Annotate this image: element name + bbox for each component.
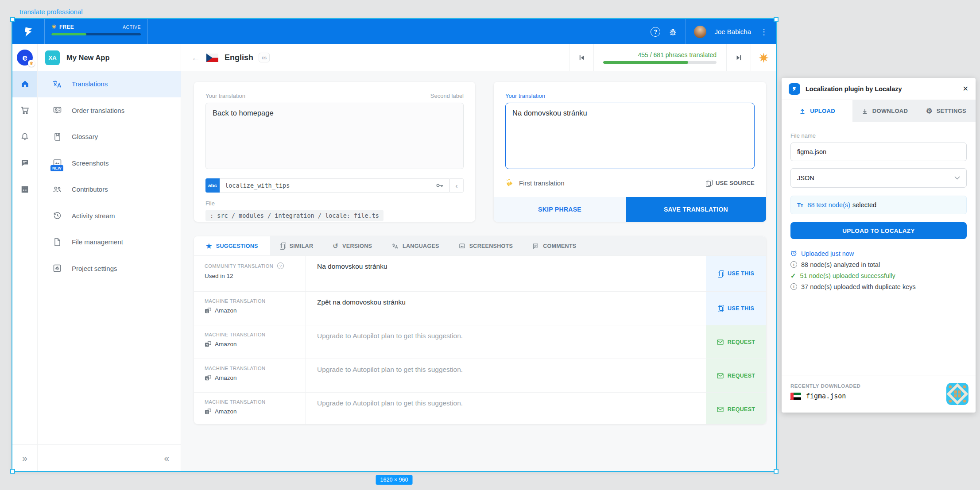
suggestion-row: MACHINE TRANSLATION Amazon Upgrade to Au…	[194, 392, 766, 424]
sidebar-item-label: Contributors	[72, 185, 108, 193]
sidebar-item-project-settings[interactable]: Project settings	[38, 255, 181, 282]
localazy-plugin-panel: Localization plugin by Localazy ✕ UPLOAD…	[782, 78, 976, 413]
back-arrow-icon[interactable]: ←	[191, 53, 200, 63]
selection-handle[interactable]	[774, 17, 779, 22]
suggestion-text: Upgrade to Autopilot plan to get this su…	[305, 325, 706, 359]
translation-input[interactable]: Na domovskou stránku	[505, 103, 755, 169]
workspace-logo[interactable]: e ♛	[17, 50, 33, 66]
recent-file-row[interactable]: figma.json	[790, 392, 939, 400]
target-label: Your translation	[505, 93, 755, 99]
question-icon[interactable]: ?	[277, 262, 284, 269]
help-icon[interactable]: ?	[651, 27, 660, 37]
rail-notifications-button[interactable]	[12, 123, 37, 150]
tab-languages[interactable]: LANGUAGES	[382, 236, 449, 255]
sidebar-item-order-translations[interactable]: Order translations	[38, 97, 181, 124]
copy-icon	[706, 180, 712, 186]
suggestion-type: COMMUNITY TRANSLATION	[205, 263, 273, 269]
localazy-logo-button[interactable]	[12, 19, 45, 44]
rail-home-button[interactable]	[12, 71, 37, 97]
plugin-tab-upload[interactable]: UPLOAD	[782, 100, 852, 122]
selection-handle[interactable]	[10, 17, 15, 22]
plan-widget[interactable]: ☀FREE ACTIVE	[45, 19, 148, 44]
sidebar-item-file-management[interactable]: File management	[38, 229, 181, 255]
crown-badge-icon: ♛	[28, 60, 35, 67]
skip-phrase-button[interactable]: SKIP PHRASE	[494, 197, 626, 222]
expand-rail-button[interactable]: »	[12, 444, 37, 471]
status-line: ✓ 51 node(s) uploaded successfully	[790, 270, 967, 281]
selection-handle[interactable]	[774, 469, 779, 474]
plan-status: ACTIVE	[123, 24, 141, 30]
upload-to-localazy-button[interactable]: UPLOAD TO LOCALAZY	[790, 222, 967, 239]
kebab-menu-icon[interactable]: ⋮	[759, 27, 769, 37]
locale-code-badge[interactable]: cs	[259, 53, 270, 62]
suggestion-text: Zpět na domovoskou stránku	[305, 292, 706, 325]
plugin-tab-download[interactable]: DOWNLOAD	[852, 100, 917, 122]
skip-to-last-button[interactable]	[726, 44, 751, 71]
czech-flag-icon	[206, 54, 218, 62]
plan-label: ☀FREE	[51, 23, 74, 30]
copy-icon	[718, 270, 724, 277]
progress-text: 455 / 681 phrases translated	[638, 51, 717, 58]
sidebar-item-translations[interactable]: Translations	[38, 71, 181, 97]
main-area: ← English cs 455 / 681 phrases translate…	[181, 44, 776, 471]
sidebar-item-glossary[interactable]: Glossary	[38, 123, 181, 150]
format-select[interactable]: JSON	[790, 168, 967, 188]
double-chevron-right-icon: »	[22, 453, 27, 463]
favorite-button[interactable]	[751, 44, 776, 71]
source-text-box[interactable]: Back to homepage	[205, 103, 464, 169]
bug-report-icon[interactable]	[668, 27, 678, 36]
suggestion-source: Amazon	[215, 307, 237, 314]
selection-rest: selected	[852, 201, 876, 208]
source-phrase-card: Your translation Second label Back to ho…	[194, 82, 475, 222]
skip-to-first-button[interactable]	[569, 44, 593, 71]
request-button[interactable]: REQUEST	[706, 359, 766, 392]
tab-comments[interactable]: COMMENTS	[523, 236, 586, 255]
tab-screenshots[interactable]: SCREENSHOTS	[449, 236, 523, 255]
organization-icon	[20, 185, 29, 194]
comment-icon	[532, 243, 539, 249]
history-icon: ↺	[333, 242, 338, 250]
close-icon[interactable]: ✕	[963, 85, 968, 93]
sidebar-item-screenshots[interactable]: NEW Screenshots	[38, 150, 181, 177]
file-path-chip[interactable]: : src / modules / integration / locale: …	[205, 210, 383, 221]
request-button[interactable]: REQUEST	[706, 393, 766, 424]
divider	[686, 19, 686, 44]
translate-icon	[52, 80, 62, 89]
language-name: English	[225, 53, 253, 62]
use-source-button[interactable]: USE SOURCE	[706, 180, 755, 186]
filename-input[interactable]	[790, 143, 967, 161]
mail-icon	[717, 407, 724, 412]
sidebar-item-activity-stream[interactable]: Activity stream	[38, 203, 181, 229]
source-label: Your translation	[205, 93, 245, 99]
collapse-sidebar-button[interactable]: «	[38, 444, 181, 471]
request-button[interactable]: REQUEST	[706, 325, 766, 359]
use-this-button[interactable]: USE THIS	[706, 256, 766, 291]
use-this-button[interactable]: USE THIS	[706, 292, 766, 325]
selection-handle[interactable]	[10, 469, 15, 474]
plugin-tab-settings[interactable]: ⚙ SETTINGS	[917, 100, 976, 122]
first-translation-label: First translation	[519, 179, 565, 187]
top-bar: ☀FREE ACTIVE ? Joe Babicha ⋮	[12, 19, 776, 44]
rail-messages-button[interactable]	[12, 150, 37, 177]
suggestion-source: Amazon	[215, 341, 237, 347]
plan-progress-bar	[51, 33, 141, 35]
suggestion-text: Upgrade to Autopilot plan to get this su…	[305, 359, 706, 392]
recently-downloaded-label: RECENTLY DOWNLOADED	[790, 383, 939, 389]
mail-icon	[717, 340, 724, 345]
rail-organization-button[interactable]	[12, 176, 37, 203]
sidebar-item-contributors[interactable]: Contributors	[38, 176, 181, 203]
frame-label[interactable]: translate professional	[19, 8, 83, 15]
amazon-translate-icon	[205, 408, 211, 415]
target-translation-card: Your translation Na domovskou stránku Fi…	[494, 82, 766, 222]
tab-similar[interactable]: SIMILAR	[270, 236, 323, 255]
chevron-down-icon	[954, 176, 960, 180]
tab-suggestions[interactable]: ★ SUGGESTIONS	[194, 236, 270, 255]
rail-cart-button[interactable]	[12, 97, 37, 124]
sidebar-item-label: Order translations	[72, 107, 124, 114]
save-translation-button[interactable]: SAVE TRANSLATION	[626, 197, 766, 222]
chevron-left-icon[interactable]: ‹	[449, 178, 464, 193]
tab-versions[interactable]: ↺ VERSIONS	[323, 236, 382, 255]
glossary-icon	[52, 132, 62, 141]
avatar[interactable]	[694, 26, 706, 38]
settings-icon	[52, 264, 62, 273]
